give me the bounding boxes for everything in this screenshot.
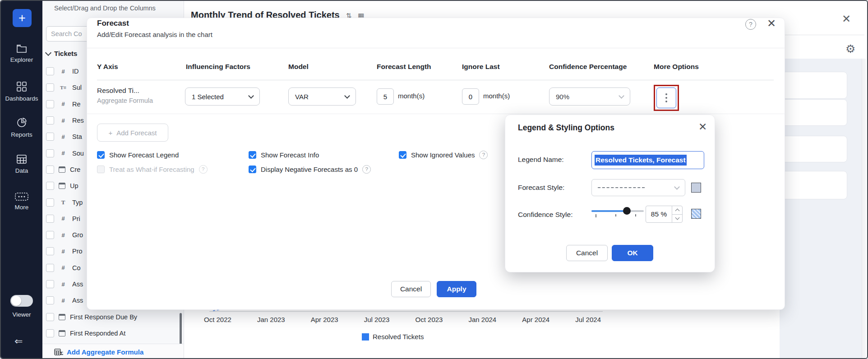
collapse-sidebar-icon[interactable]: ⇐ [14, 336, 23, 347]
column-checkbox[interactable] [46, 280, 54, 288]
checkbox-show-ignored-values[interactable]: Show Ignored Values ? [399, 150, 488, 160]
column-checkbox[interactable] [46, 215, 54, 223]
checkbox-icon[interactable] [399, 151, 406, 159]
sidebar-item-dashboards[interactable]: Dashboards [1, 81, 42, 102]
column-checkbox[interactable] [46, 116, 54, 124]
checkbox-icon[interactable] [249, 151, 256, 159]
column-checkbox[interactable] [46, 313, 54, 321]
help-icon[interactable]: ? [362, 165, 371, 174]
forecast-style-select[interactable] [591, 179, 685, 196]
model-select[interactable]: VAR [288, 87, 356, 106]
close-icon[interactable]: ✕ [767, 17, 776, 30]
dialog-apply-button[interactable]: Apply [437, 281, 476, 297]
checkbox-show-forecast-info[interactable]: Show Forecast Info [249, 150, 319, 160]
column-checkbox[interactable] [46, 247, 54, 255]
column-checkbox[interactable] [46, 329, 54, 337]
column-type-icon [59, 199, 68, 206]
add-forecast-button[interactable]: +Add Forecast [97, 124, 168, 142]
column-checkbox[interactable] [46, 83, 54, 92]
sidebar-item-label: Explorer [10, 56, 33, 63]
popup-title: Legend & Styling Options [518, 123, 614, 133]
panel-scrollbar-track[interactable] [862, 59, 866, 359]
y-axis-series-name: Resolved Ti... [97, 87, 139, 95]
sidebar-item-data[interactable]: Data [1, 154, 42, 174]
table-divider [97, 80, 774, 80]
column-checkbox[interactable] [46, 166, 54, 174]
column-list-item[interactable]: First Response Due By [46, 308, 181, 325]
confidence-percentage-select[interactable]: 90% [549, 87, 630, 106]
help-icon[interactable]: ? [199, 165, 208, 174]
column-type-icon [59, 68, 68, 75]
checkbox-display-negative-forecasts[interactable]: Display Negative Forecasts as 0 ? [249, 164, 371, 174]
checkbox-icon[interactable] [97, 166, 105, 173]
chevron-down-icon [344, 93, 350, 99]
forecast-color-swatch[interactable] [691, 183, 701, 193]
legend-styling-popup: Legend & Styling Options ✕ Legend Name: … [505, 115, 715, 272]
checkbox-show-forecast-legend[interactable]: Show Forecast Legend [97, 150, 179, 160]
column-label: First Response Due By [70, 313, 137, 321]
checkbox-icon[interactable] [249, 166, 256, 173]
column-header-ignore-last: Ignore Last [462, 63, 500, 71]
svg-text:Σ: Σ [60, 350, 63, 356]
gear-icon[interactable]: ⚙ [845, 42, 855, 55]
sidebar-item-explorer[interactable]: Explorer [1, 44, 42, 63]
popup-cancel-button[interactable]: Cancel [566, 245, 608, 261]
column-checkbox[interactable] [46, 67, 54, 75]
column-type-icon [59, 117, 68, 124]
tickets-group-toggle[interactable]: Tickets [46, 50, 77, 57]
slider-tick [635, 214, 636, 216]
slider-knob[interactable] [623, 207, 631, 215]
column-checkbox[interactable] [46, 182, 54, 190]
popup-ok-button[interactable]: OK [612, 245, 653, 261]
help-icon[interactable]: ? [479, 151, 488, 159]
help-icon[interactable]: ? [745, 19, 756, 30]
sidebar-item-reports[interactable]: Reports [1, 117, 42, 138]
sidebar-item-more[interactable]: More [1, 193, 42, 211]
column-header-more-options: More Options [654, 63, 699, 71]
column-checkbox[interactable] [46, 296, 54, 304]
column-label: Up [70, 182, 78, 189]
column-checkbox[interactable] [46, 198, 54, 207]
column-checkbox[interactable] [46, 264, 54, 272]
x-axis-tick-label: Apr 2023 [311, 316, 338, 323]
column-list-item[interactable]: First Responded At [46, 325, 181, 341]
column-label: Ass [72, 297, 83, 304]
checkbox-icon[interactable] [97, 151, 105, 159]
forecast-length-input[interactable]: 5 [377, 88, 394, 105]
confidence-color-swatch[interactable] [691, 209, 701, 219]
dialog-cancel-button[interactable]: Cancel [391, 281, 431, 297]
close-panel-icon[interactable]: ✕ [842, 13, 851, 25]
column-checkbox[interactable] [46, 231, 54, 239]
ignore-last-input[interactable]: 0 [462, 88, 479, 105]
column-type-icon [59, 101, 68, 107]
confidence-opacity-slider[interactable] [591, 204, 644, 218]
create-new-button[interactable]: + [13, 9, 32, 27]
spinner-down-button[interactable] [672, 214, 682, 223]
x-axis-line [209, 311, 603, 312]
viewer-toggle[interactable] [10, 295, 33, 307]
spinner-up-button[interactable] [672, 206, 682, 214]
column-label: Sta [72, 133, 82, 140]
chevron-down-icon [619, 93, 624, 99]
slider-tick [615, 214, 616, 216]
tickets-group-label: Tickets [54, 50, 77, 57]
more-options-kebab-button[interactable] [656, 87, 676, 108]
column-header-confidence-percentage: Confidence Percentage [549, 63, 627, 71]
add-aggregate-formula-link[interactable]: Add Aggregate Formula [67, 348, 143, 356]
legend-name-input[interactable]: Resolved Tickets, Forecast [591, 151, 704, 169]
legend-series-label: Resolved Tickets [373, 333, 424, 341]
column-checkbox[interactable] [46, 149, 54, 157]
influencing-factors-select[interactable]: 1 Selected [185, 87, 260, 106]
column-checkbox[interactable] [46, 100, 54, 108]
checkbox-treat-as-what-if[interactable]: Treat as What-if Forecasting ? [97, 164, 208, 174]
app-window: + Explorer Dashboards Reports Data More … [0, 0, 868, 359]
close-icon[interactable]: ✕ [698, 121, 707, 133]
column-label: Sou [72, 150, 84, 157]
chart-legend[interactable]: Resolved Tickets [362, 333, 424, 341]
column-header-forecast-length: Forecast Length [377, 63, 431, 71]
confidence-percent-spinner[interactable]: 85 % [646, 206, 683, 223]
more-options-highlight [654, 85, 679, 111]
chevron-down-icon [45, 49, 51, 55]
column-checkbox[interactable] [46, 133, 54, 141]
column-header-y-axis: Y Axis [97, 63, 118, 71]
